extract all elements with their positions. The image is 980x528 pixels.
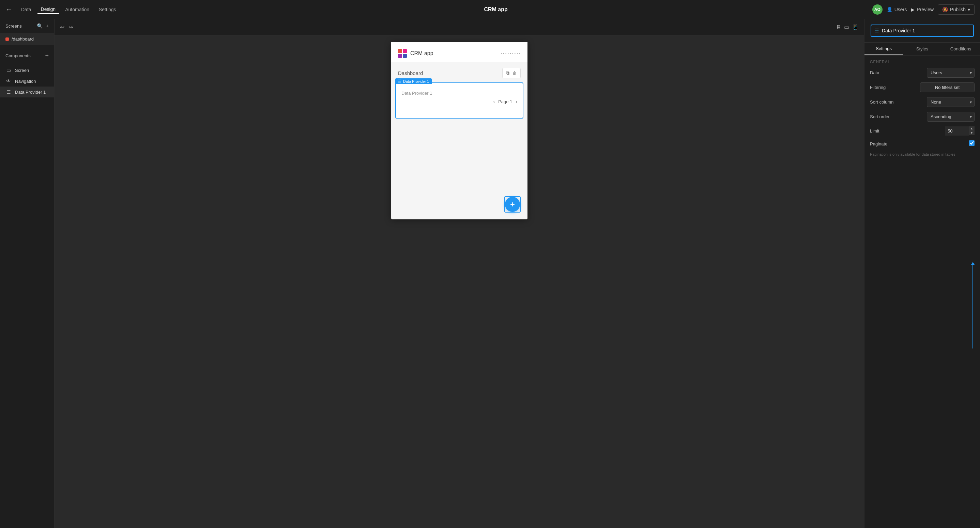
screen-comp-icon: ▭ [5, 67, 11, 73]
limit-setting-row: Limit ▲ ▼ [870, 126, 975, 135]
logo-sq-red [398, 49, 402, 53]
undo-button[interactable]: ↩ [60, 24, 64, 30]
limit-label: Limit [870, 129, 879, 134]
filtering-control: No filters set [920, 83, 975, 92]
add-screen-button[interactable]: + [46, 23, 49, 29]
navigation-comp-icon: 👁 [5, 78, 11, 84]
mobile-view-button[interactable]: 📱 [852, 24, 859, 30]
chevron-down-icon: ▾ [968, 7, 970, 12]
dp-pagination: ‹ Page 1 › [401, 96, 517, 104]
component-item-dataprovider[interactable]: ☰ Data Provider 1 [0, 86, 54, 97]
view-buttons: 🖥 ▭ 📱 [836, 24, 859, 30]
data-setting-label: Data [870, 70, 879, 75]
nav-settings[interactable]: Settings [95, 5, 119, 14]
sort-column-label: Sort column [870, 99, 893, 105]
right-panel-arrow-area [864, 161, 980, 528]
app-name-label: CRM app [410, 51, 433, 57]
data-provider-body: Data Provider 1 ‹ Page 1 › [396, 83, 523, 118]
sort-order-dropdown-wrapper: Ascending Descending [927, 112, 975, 122]
right-panel: ☰ Data Provider 1 Settings Styles Condit… [864, 19, 980, 528]
users-label: Users [894, 7, 907, 12]
filtering-setting-label: Filtering [870, 85, 886, 90]
dashboard-actions: ⧉ 🗑 [502, 68, 521, 78]
search-button[interactable]: 🔍 [37, 23, 43, 29]
back-button[interactable]: ← [5, 5, 12, 13]
canvas-area: ↩ ↪ 🖥 ▭ 📱 [54, 19, 864, 528]
next-page-button[interactable]: › [515, 99, 517, 104]
canvas-lower: + [391, 124, 528, 219]
tab-settings[interactable]: Settings [864, 43, 903, 55]
screen-dot [5, 38, 9, 41]
filter-button[interactable]: No filters set [920, 83, 975, 92]
sort-column-dropdown[interactable]: None [927, 97, 975, 107]
sort-column-dropdown-wrapper: None [927, 97, 975, 107]
delete-button[interactable]: 🗑 [512, 70, 517, 76]
component-dataprovider-label: Data Provider 1 [15, 90, 46, 95]
rph-title: Data Provider 1 [882, 28, 970, 33]
data-provider-wrapper: ☰ Data Provider 1 Data Provider 1 ‹ Page… [395, 83, 523, 119]
preview-button[interactable]: ▶ Preview [911, 7, 934, 12]
components-title: Components [5, 53, 31, 58]
component-item-navigation[interactable]: 👁 Navigation [0, 76, 54, 86]
page-label: Page 1 [498, 99, 512, 104]
tab-conditions[interactable]: Conditions [942, 43, 980, 55]
components-header: Components + [0, 48, 54, 64]
component-screen-label: Screen [15, 68, 29, 73]
nav-data[interactable]: Data [18, 5, 35, 14]
tablet-view-button[interactable]: ▭ [844, 24, 849, 30]
screen-item-label: /dashboard [11, 37, 34, 41]
component-item-screen[interactable]: ▭ Screen [0, 65, 54, 76]
fab-area: + [504, 196, 521, 213]
sort-order-dropdown[interactable]: Ascending Descending [927, 112, 975, 122]
paginate-control [969, 140, 975, 147]
logo-sq-blue [403, 54, 407, 58]
publish-label: Publish [950, 7, 966, 12]
rph-icon: ☰ [875, 28, 879, 33]
screen-item-dashboard[interactable]: /dashboard [0, 33, 54, 45]
filtering-setting-row: Filtering No filters set [870, 83, 975, 92]
data-setting-row: Data Users [870, 68, 975, 78]
data-dropdown-wrapper: Users [927, 68, 975, 78]
dp-tag-label: Data Provider 1 [403, 80, 429, 83]
publish-button[interactable]: 🔕 Publish ▾ [938, 5, 975, 15]
paginate-checkbox[interactable] [969, 140, 975, 146]
fab-selected-box: + [504, 196, 521, 213]
top-navigation: ← Data Design Automation Settings CRM ap… [0, 0, 980, 19]
logo-sq-purple [398, 54, 402, 58]
users-button[interactable]: 👤 Users [887, 7, 907, 12]
left-panel: Screens 🔍 + /dashboard Components + ▭ Sc… [0, 19, 54, 528]
limit-decrement-button[interactable]: ▼ [969, 131, 975, 135]
limit-input[interactable] [945, 126, 969, 135]
add-component-button[interactable]: + [45, 52, 49, 59]
desktop-view-button[interactable]: 🖥 [836, 24, 841, 30]
prev-page-button[interactable]: ‹ [493, 99, 495, 104]
sort-order-label: Sort order [870, 114, 890, 119]
nav-automation[interactable]: Automation [62, 5, 93, 14]
canvas-toolbar: ↩ ↪ 🖥 ▭ 📱 [54, 19, 864, 35]
data-dropdown[interactable]: Users [927, 68, 975, 78]
dashboard-label: Dashboard [398, 70, 423, 76]
data-provider-tag: ☰ Data Provider 1 [395, 78, 432, 84]
dataprovider-comp-icon: ☰ [5, 89, 11, 95]
copy-button[interactable]: ⧉ [506, 70, 509, 76]
screens-icons: 🔍 + [37, 23, 49, 29]
logo-sq-pink [403, 49, 407, 53]
users-icon: 👤 [887, 7, 892, 12]
nav-design[interactable]: Design [38, 5, 59, 14]
sort-column-setting-row: Sort column None [870, 97, 975, 107]
paginate-note: Pagination is only available for data st… [870, 152, 975, 157]
sort-order-setting-row: Sort order Ascending Descending [870, 112, 975, 122]
redo-button[interactable]: ↪ [68, 24, 73, 30]
app-frame: CRM app ⋯⋯⋯ Dashboard ⧉ 🗑 ☰ Dat [391, 42, 528, 219]
fab-button[interactable]: + [505, 197, 520, 212]
paginate-label: Paginate [870, 142, 887, 146]
paginate-setting-row: Paginate [870, 140, 975, 147]
tab-styles[interactable]: Styles [903, 43, 942, 55]
general-section-title: GENERAL [870, 60, 975, 64]
publish-mute-icon: 🔕 [942, 7, 948, 12]
panel-tabs: Settings Styles Conditions [864, 43, 980, 56]
right-panel-header-box: ☰ Data Provider 1 [870, 24, 974, 37]
blue-arrow-line [972, 263, 973, 348]
limit-spinners: ▲ ▼ [969, 126, 975, 135]
limit-increment-button[interactable]: ▲ [969, 126, 975, 131]
